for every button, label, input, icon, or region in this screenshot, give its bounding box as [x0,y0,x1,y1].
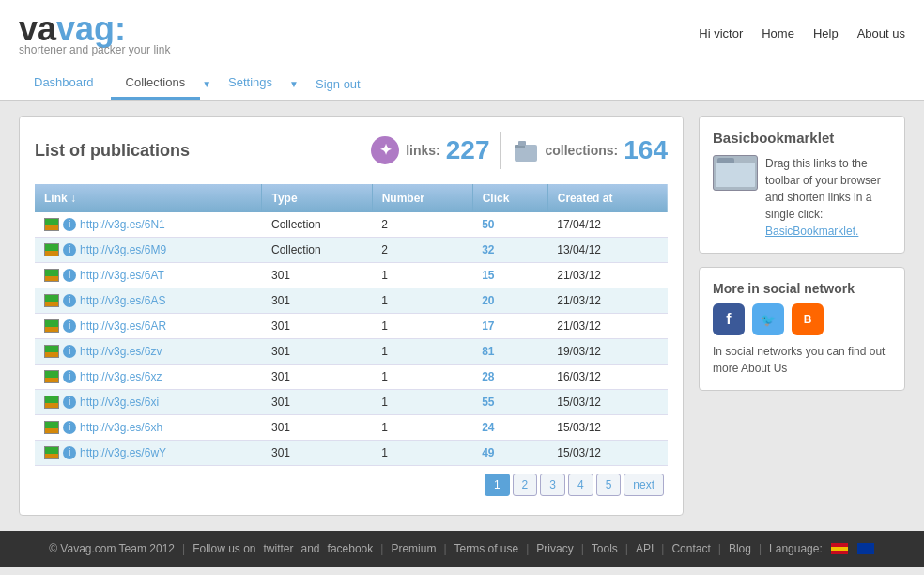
page-5-button[interactable]: 5 [596,474,622,496]
premium-link[interactable]: Premium [391,542,436,555]
bar-chart-icon [44,218,59,231]
language-label: Language: [769,542,823,555]
links-label: links: [406,143,440,158]
twitter-footer-link[interactable]: twitter [264,542,294,555]
basicbookmarklet-title: Basicbookmarklet [713,130,891,146]
row-link[interactable]: http://v3g.es/6xz [80,370,162,383]
info-icon[interactable]: i [63,218,76,231]
cell-link: i http://v3g.es/6xz [35,365,262,390]
username-link[interactable]: victor [714,26,743,40]
cell-click: 32 [472,238,547,263]
facebook-footer-link[interactable]: facebook [328,542,374,555]
collections-icon [513,137,539,163]
stats-bar: ✦ links: 227 collections: 164 [370,132,668,169]
bar-chart-icon [44,370,59,383]
blog-link[interactable]: Blog [729,542,751,555]
row-link[interactable]: http://v3g.es/6wY [80,446,166,459]
page-3-button[interactable]: 3 [540,474,565,496]
info-icon[interactable]: i [63,294,76,307]
basicbookmarklet-link[interactable]: BasicBookmarklet. [765,225,858,238]
page-next-button[interactable]: next [624,474,664,496]
cell-number: 2 [372,238,472,263]
col-number: Number [372,184,472,212]
privacy-link[interactable]: Privacy [536,542,573,555]
cell-click: 17 [472,314,547,339]
row-link[interactable]: http://v3g.es/6AS [80,294,165,307]
cell-click: 24 [472,415,547,441]
info-icon[interactable]: i [63,421,76,434]
bar-chart-icon [44,294,59,307]
collections-count: 164 [624,135,668,165]
bar-chart-icon [44,421,59,434]
row-link[interactable]: http://v3g.es/6M9 [80,243,166,256]
nav-signout[interactable]: Sign out [300,70,376,99]
bar-chart-icon [44,396,59,409]
twitter-icon[interactable]: 🐦 [752,303,784,335]
cell-number: 2 [372,212,472,238]
info-icon[interactable]: i [63,319,76,333]
facebook-icon[interactable]: f [713,303,745,335]
info-icon[interactable]: i [63,345,76,358]
nav-settings[interactable]: Settings [213,68,287,100]
info-icon[interactable]: i [63,396,76,409]
svg-rect-4 [518,141,526,146]
nav-collections-dropdown[interactable]: Collections ▼ [111,68,212,100]
bar-chart-icon [44,243,59,256]
info-icon[interactable]: i [63,269,76,282]
cell-link: i http://v3g.es/6AS [35,288,262,314]
collections-label: collections: [545,143,618,158]
cell-number: 1 [372,314,472,339]
page-4-button[interactable]: 4 [568,474,593,496]
spanish-flag[interactable] [831,543,848,554]
cell-link: i http://v3g.es/6zv [35,339,262,365]
cell-click: 49 [472,441,547,466]
cell-number: 1 [372,339,472,365]
row-link[interactable]: http://v3g.es/6AT [80,269,164,282]
row-link[interactable]: http://v3g.es/6AR [80,319,166,333]
table-row: i http://v3g.es/6zv 301 1 81 19/03/12 [35,339,668,365]
blogger-icon[interactable]: B [792,303,824,335]
help-link[interactable]: Help [813,26,839,40]
site-tagline: shortener and packer your link [19,43,170,56]
cell-link: i http://v3g.es/6wY [35,441,262,466]
cell-link: i http://v3g.es/6AR [35,314,262,339]
cell-created: 16/03/12 [547,365,668,390]
cell-type: 301 [262,263,372,288]
about-link[interactable]: About us [857,26,905,40]
info-icon[interactable]: i [63,446,76,459]
links-stat: ✦ links: 227 [370,135,489,165]
english-flag[interactable] [857,543,874,554]
cell-created: 17/04/12 [547,212,668,238]
page-2-button[interactable]: 2 [513,474,538,496]
api-link[interactable]: API [636,542,654,555]
tools-link[interactable]: Tools [592,542,618,555]
cell-number: 1 [372,441,472,466]
bookmarklet-folder-icon [713,155,758,191]
nav-dashboard[interactable]: Dashboard [19,68,109,100]
terms-link[interactable]: Terms of use [454,542,519,555]
info-icon[interactable]: i [63,243,76,256]
contact-link[interactable]: Contact [671,542,710,555]
bar-chart-icon [44,446,59,459]
cell-number: 1 [372,365,472,390]
col-link: Link ↓ [35,184,262,212]
follow-text: Follow us on [192,542,255,555]
cell-number: 1 [372,415,472,441]
cell-created: 21/03/12 [547,314,668,339]
row-link[interactable]: http://v3g.es/6xh [80,421,162,434]
home-link[interactable]: Home [762,26,794,40]
row-link[interactable]: http://v3g.es/6zv [80,345,162,358]
row-link[interactable]: http://v3g.es/6N1 [80,218,165,231]
svg-text:✦: ✦ [379,142,393,158]
nav-settings-dropdown[interactable]: Settings ▼ [213,68,299,100]
cell-number: 1 [372,288,472,314]
page-1-button[interactable]: 1 [485,474,510,496]
table-header-row: Link ↓ Type Number Click Created at [35,184,668,212]
row-link[interactable]: http://v3g.es/6xi [80,396,159,409]
cell-click: 55 [472,390,547,415]
pagination: 1 2 3 4 5 next [35,466,668,500]
info-icon[interactable]: i [63,370,76,383]
bar-chart-icon [44,319,59,333]
nav-collections[interactable]: Collections [111,68,201,100]
cell-link: i http://v3g.es/6xh [35,415,262,441]
